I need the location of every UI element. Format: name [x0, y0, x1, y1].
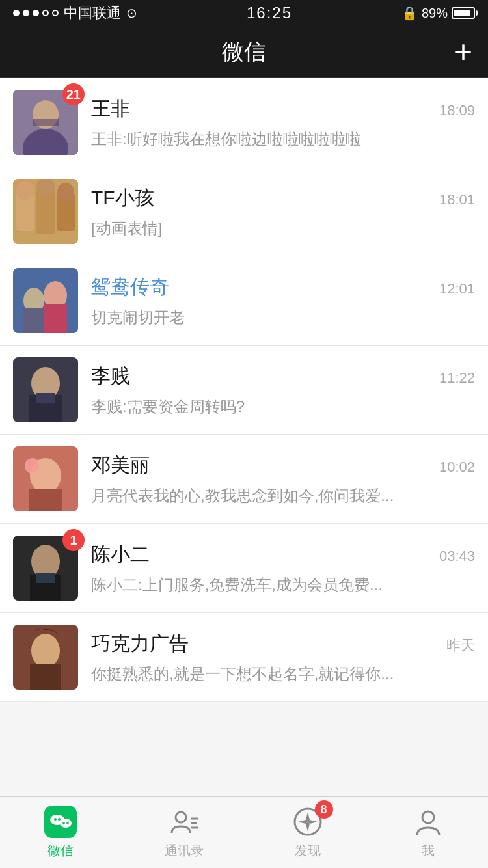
svg-point-35	[54, 818, 57, 821]
chat-name-chen: 陈小二	[91, 541, 150, 568]
nav-label-wechat: 微信	[47, 842, 74, 860]
wifi-icon: ⊙	[126, 5, 137, 21]
svg-point-38	[66, 822, 69, 824]
avatar-wrap-yuanyang	[13, 268, 78, 333]
avatar-yuanyang	[13, 268, 78, 333]
svg-rect-22	[29, 489, 62, 511]
chat-name-yuanyang: 鸳鸯传奇	[91, 274, 169, 301]
chat-preview-deng: 月亮代表我的心,教我思念到如今,你问我爱...	[91, 485, 403, 506]
nav-label-discover: 发现	[295, 842, 321, 860]
svg-point-30	[31, 634, 60, 668]
chat-name-deng: 邓美丽	[91, 452, 150, 479]
svg-marker-45	[306, 822, 310, 832]
chat-preview-yuanyang: 切克闹切开老	[91, 307, 403, 328]
title-bar: 微信 +	[0, 26, 488, 78]
chat-header-tf: TF小孩 18:01	[91, 185, 475, 211]
carrier-label: 中国联通	[64, 3, 121, 23]
avatar-lizhan	[13, 357, 78, 422]
chat-content-lizhan: 李贱 11:22 李贱:需要资金周转吗?	[91, 363, 475, 417]
svg-rect-31	[30, 664, 61, 690]
chat-item-chen[interactable]: 1 陈小二 03:43 陈小二:上门服务,免费洗车,成为会员免费...	[0, 524, 488, 613]
svg-rect-19	[36, 393, 55, 403]
nav-label-me: 我	[422, 842, 435, 860]
nav-item-me[interactable]: 我	[412, 806, 444, 860]
chat-time-wangfei: 18:09	[439, 102, 475, 119]
chat-content-yuanyang: 鸳鸯传奇 12:01 切克闹切开老	[91, 274, 475, 328]
chat-preview-wangfei: 王非:听好啦我在想你啦边啦啦啦啦啦啦	[91, 129, 403, 150]
avatar-chocolate	[13, 625, 78, 690]
chat-item-wangfei[interactable]: 21 王非 18:09 王非:听好啦我在想你啦边啦啦啦啦啦啦	[0, 78, 488, 167]
chat-item-chocolate[interactable]: 巧克力广告 昨天 你挺熟悉的,就是一下想不起名字,就记得你...	[0, 613, 488, 702]
nav-item-discover[interactable]: 8 发现	[291, 806, 324, 860]
chat-item-yuanyang[interactable]: 鸳鸯传奇 12:01 切克闹切开老	[0, 256, 488, 346]
status-left: 中国联通 ⊙	[13, 3, 137, 23]
chat-name-chocolate: 巧克力广告	[91, 631, 189, 657]
add-button[interactable]: +	[454, 36, 472, 68]
chat-preview-chen: 陈小二:上门服务,免费洗车,成为会员免费...	[91, 575, 403, 595]
svg-point-37	[62, 822, 65, 824]
status-right: 🔒 89%	[401, 5, 475, 21]
avatar-wrap-chocolate	[13, 625, 78, 690]
chat-header-deng: 邓美丽 10:02	[91, 452, 475, 479]
chat-item-deng[interactable]: 邓美丽 10:02 月亮代表我的心,教我思念到如今,你问我爱...	[0, 435, 488, 524]
chat-item-tf[interactable]: TF小孩 18:01 [动画表情]	[0, 167, 488, 256]
lock-icon: 🔒	[401, 5, 418, 21]
chat-content-chocolate: 巧克力广告 昨天 你挺熟悉的,就是一下想不起名字,就记得你...	[91, 631, 475, 685]
signal-dot-3	[33, 10, 39, 16]
svg-rect-13	[44, 304, 67, 333]
chat-time-tf: 18:01	[439, 191, 475, 208]
chat-time-lizhan: 11:22	[439, 370, 475, 387]
badge-wangfei: 21	[62, 83, 85, 105]
nav-item-contacts[interactable]: 通讯录	[165, 806, 204, 860]
chat-list: 21 王非 18:09 王非:听好啦我在想你啦边啦啦啦啦啦啦	[0, 78, 488, 702]
me-icon	[412, 806, 444, 838]
chat-preview-chocolate: 你挺熟悉的,就是一下想不起名字,就记得你...	[91, 664, 403, 685]
chat-preview-lizhan: 李贱:需要资金周转吗?	[91, 396, 403, 417]
svg-point-8	[16, 181, 34, 200]
bottom-nav: 微信 通讯录 8 发现	[0, 796, 488, 868]
svg-point-39	[176, 812, 186, 822]
app-title: 微信	[222, 37, 266, 67]
badge-chen: 1	[62, 529, 85, 551]
signal-dots	[13, 10, 59, 16]
chat-name-wangfei: 王非	[91, 96, 130, 122]
avatar-wrap-deng	[13, 446, 78, 511]
chat-name-tf: TF小孩	[91, 185, 154, 211]
svg-point-34	[60, 819, 72, 828]
chat-item-lizhan[interactable]: 李贱 11:22 李贱:需要资金周转吗?	[0, 346, 488, 435]
chat-content-deng: 邓美丽 10:02 月亮代表我的心,教我思念到如今,你问我爱...	[91, 452, 475, 506]
svg-marker-44	[306, 812, 310, 822]
chat-time-yuanyang: 12:01	[439, 280, 475, 297]
avatar-wrap-lizhan	[13, 357, 78, 422]
battery-percent: 89%	[422, 6, 448, 21]
chat-header-wangfei: 王非 18:09	[91, 96, 475, 122]
contacts-icon	[168, 806, 200, 838]
chat-content-tf: TF小孩 18:01 [动画表情]	[91, 185, 475, 239]
chat-content-chen: 陈小二 03:43 陈小二:上门服务,免费洗车,成为会员免费...	[91, 541, 475, 595]
avatar-tf	[13, 179, 78, 244]
chat-time-chocolate: 昨天	[446, 636, 475, 655]
avatar-wrap-chen: 1	[13, 536, 78, 601]
svg-point-24	[26, 459, 39, 472]
avatar-wrap-wangfei: 21	[13, 90, 78, 155]
chat-header-chocolate: 巧克力广告 昨天	[91, 631, 475, 657]
discover-badge: 8	[315, 800, 333, 819]
battery-icon	[452, 7, 475, 19]
chat-time-deng: 10:02	[439, 459, 475, 476]
status-bar: 中国联通 ⊙ 16:25 🔒 89%	[0, 0, 488, 26]
nav-label-contacts: 通讯录	[165, 842, 204, 860]
nav-item-wechat[interactable]: 微信	[44, 806, 77, 860]
chat-header-yuanyang: 鸳鸯传奇 12:01	[91, 274, 475, 301]
chat-header-lizhan: 李贱 11:22	[91, 363, 475, 390]
wechat-icon	[44, 806, 77, 838]
chat-header-chen: 陈小二 03:43	[91, 541, 475, 568]
svg-rect-28	[36, 573, 55, 583]
chat-name-lizhan: 李贱	[91, 363, 130, 390]
avatar-wrap-tf	[13, 179, 78, 244]
status-time: 16:25	[247, 4, 292, 22]
svg-rect-15	[23, 308, 44, 333]
svg-rect-3	[33, 119, 59, 126]
svg-marker-46	[298, 820, 308, 824]
signal-dot-4	[42, 10, 49, 16]
battery-fill	[454, 10, 470, 16]
